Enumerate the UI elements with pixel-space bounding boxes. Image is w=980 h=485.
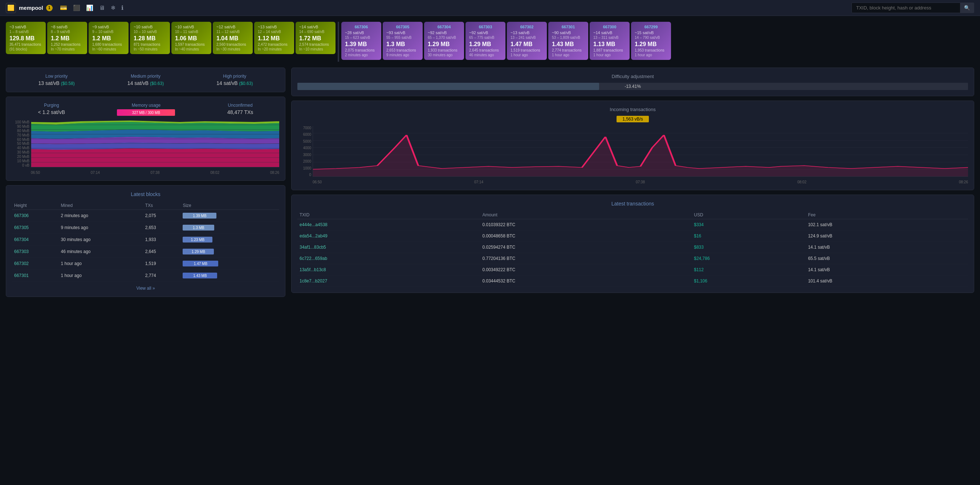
- confirmed-block-4[interactable]: 667302 ~13 sat/vB 13 – 241 sat/vB 1.47 M…: [507, 22, 547, 60]
- brand-name: mempool: [19, 5, 43, 11]
- pending-block-7[interactable]: ~14 sat/vB 14 – 690 sat/vB 1.72 MB 2,574…: [296, 22, 336, 54]
- block-sat-range: 9 – 10 sat/vB: [92, 30, 125, 34]
- fee-medium-value: 14 sat/vB ($0.63): [127, 80, 164, 86]
- pending-block-0[interactable]: ~3 sat/vB 1 – 8 sat/vB 129.8 MB 35,471 t…: [6, 22, 46, 54]
- block-time: In ~20 minutes: [258, 47, 291, 51]
- block-icon[interactable]: ⬛: [73, 4, 80, 11]
- monitor-icon[interactable]: 🖥: [99, 5, 105, 11]
- pending-block-3[interactable]: ~10 sat/vB 10 – 10 sat/vB 1.28 MB 871 tr…: [130, 22, 170, 54]
- confirmed-block-2[interactable]: 667304 ~92 sat/vB 65 – 1,370 sat/vB 1.29…: [424, 22, 464, 60]
- block-time: 1 hour ago: [552, 53, 585, 57]
- pending-block-4[interactable]: ~10 sat/vB 10 – 11 sat/vB 1.06 MB 1,597 …: [171, 22, 211, 54]
- block-height-link[interactable]: 667303: [14, 249, 29, 254]
- block-time: 46 minutes ago: [469, 53, 502, 57]
- stat-purging: Purging < 1.2 sat/vB: [38, 103, 65, 116]
- difficulty-value: -13.41%: [625, 84, 641, 89]
- block-sat: ~9 sat/vB: [92, 25, 125, 29]
- txid-link[interactable]: e444e...a4538: [299, 222, 328, 227]
- txid-link[interactable]: 6c722...659ab: [299, 256, 327, 261]
- block-sat: ~15 sat/vB: [635, 30, 667, 35]
- block-height: 667300: [593, 25, 626, 29]
- block-sat: ~13 sat/vB: [258, 25, 291, 29]
- txid-link[interactable]: 1c8e7...b2027: [299, 278, 327, 283]
- block-height-link[interactable]: 667304: [14, 237, 29, 242]
- block-txs: 1,933 transactions: [428, 48, 460, 52]
- view-all-blocks: View all »: [12, 285, 279, 291]
- confirmed-block-0[interactable]: 667306 ~28 sat/vB 15 – 623 sat/vB 1.39 M…: [341, 22, 381, 60]
- block-height-cell: 667303: [12, 246, 59, 258]
- block-sat: ~92 sat/vB: [469, 30, 502, 35]
- txid-link[interactable]: 13a5f...b13c8: [299, 267, 326, 272]
- blocks-section: ~3 sat/vB 1 – 8 sat/vB 129.8 MB 35,471 t…: [0, 16, 980, 65]
- tx-fee-cell: 102.1 sat/vB: [806, 219, 968, 231]
- block-height-link[interactable]: 667305: [14, 225, 29, 230]
- block-time: 1 hour ago: [635, 53, 667, 57]
- table-row: 1c8e7...b2027 0.03444532 BTC $1,106 101.…: [298, 275, 968, 287]
- block-time: 2 minutes ago: [345, 53, 378, 57]
- txid-link[interactable]: 34af1...83cb5: [299, 245, 326, 250]
- size-bar: 1.43 MB: [183, 273, 217, 278]
- confirmed-block-7[interactable]: 667299 ~15 sat/vB 14 – 790 sat/vB 1.29 M…: [631, 22, 671, 60]
- block-size-cell: 1.23 MB: [180, 234, 279, 246]
- confirmed-block-5[interactable]: 667301 ~90 sat/vB 53 – 1,809 sat/vB 1.43…: [548, 22, 588, 60]
- block-height-link[interactable]: 667302: [14, 261, 29, 266]
- block-sat: ~3 sat/vB: [10, 25, 42, 29]
- latest-transactions-panel: Latest transactions TXID Amount USD Fee …: [291, 195, 974, 293]
- search-input[interactable]: [851, 3, 960, 13]
- wallet-icon[interactable]: 💳: [60, 4, 67, 11]
- block-height-link[interactable]: 667301: [14, 273, 29, 278]
- size-bar: 1.39 MB: [183, 213, 216, 219]
- navbar: 🟨 mempool 1 💳 ⬛ 📊 🖥 ❄ ℹ 🔍: [0, 0, 980, 16]
- pending-block-2[interactable]: ~9 sat/vB 9 – 10 sat/vB 1.2 MB 1,680 tra…: [89, 22, 129, 54]
- block-height: 667299: [635, 25, 667, 29]
- block-time: 1 hour ago: [511, 53, 543, 57]
- pending-block-1[interactable]: ~8 sat/vB 8 – 9 sat/vB 1.2 MB 1,252 tran…: [47, 22, 87, 54]
- view-all-blocks-link[interactable]: View all »: [136, 286, 155, 291]
- pending-block-5[interactable]: ~12 sat/vB 11 – 12 sat/vB 1.04 MB 2,560 …: [213, 22, 253, 54]
- network-icon[interactable]: ❄: [111, 4, 116, 11]
- col-mined: Mined: [59, 202, 143, 210]
- badge: 1: [46, 5, 52, 11]
- incoming-chart: 7000 6000 5000 4000 3000 2000 1000 0: [298, 126, 968, 184]
- table-row: 13a5f...b13c8 0.00349222 BTC $112 14.1 s…: [298, 264, 968, 275]
- block-size: 1.29 MB: [428, 41, 460, 48]
- block-height-link[interactable]: 667306: [14, 213, 29, 218]
- tables-row: Latest blocks Height Mined TXs Size 6673…: [6, 185, 285, 297]
- latest-blocks-title: Latest blocks: [12, 191, 279, 197]
- block-txs: 2,653 transactions: [387, 48, 419, 52]
- block-txs-cell: 2,774: [143, 270, 181, 282]
- block-txs: 1,953 transactions: [635, 48, 667, 52]
- block-txs: 2,645 transactions: [469, 48, 502, 52]
- confirmed-block-1[interactable]: 667305 ~93 sat/vB 55 – 955 sat/vB 1.3 MB…: [383, 22, 423, 60]
- chart-icon[interactable]: 📊: [86, 4, 93, 11]
- tx-id-cell: 6c722...659ab: [298, 253, 480, 264]
- memory-bar: [117, 109, 175, 116]
- difficulty-panel: Difficulty adjustment -13.41%: [291, 68, 974, 96]
- block-sat-range: 55 – 955 sat/vB: [387, 36, 419, 40]
- fee-panel: Low priority 13 sat/vB ($0.58) Medium pr…: [6, 68, 285, 92]
- svg-marker-22: [313, 135, 968, 177]
- memory-bar-container: 327 MB / 300 MB: [117, 109, 175, 116]
- block-txs-cell: 1,519: [143, 258, 181, 270]
- confirmed-block-6[interactable]: 667300 ~14 sat/vB 13 – 311 sat/vB 1.13 M…: [590, 22, 630, 60]
- block-sat: ~14 sat/vB: [299, 25, 332, 29]
- block-sat-range: 10 – 10 sat/vB: [134, 30, 166, 34]
- block-height: 667302: [511, 25, 543, 29]
- tx-usd-cell: $24,786: [692, 253, 806, 264]
- col-txid: TXID: [298, 211, 480, 219]
- block-txs: 1,519 transactions: [511, 48, 543, 52]
- block-sat-range: 65 – 775 sat/vB: [469, 36, 502, 40]
- block-txs: 1,597 transactions: [175, 43, 208, 46]
- pending-block-6[interactable]: ~13 sat/vB 12 – 14 sat/vB 1.12 MB 2,472 …: [254, 22, 294, 54]
- search-button[interactable]: 🔍: [960, 3, 974, 13]
- mempool-panel: Purging < 1.2 sat/vB Memory usage 327 MB…: [6, 97, 285, 181]
- block-height: 667303: [469, 25, 502, 29]
- confirmed-block-3[interactable]: 667303 ~92 sat/vB 65 – 775 sat/vB 1.29 M…: [466, 22, 506, 60]
- col-amount: Amount: [480, 211, 692, 219]
- tx-fee-cell: 14.1 sat/vB: [806, 242, 968, 253]
- txid-link[interactable]: eda54...2ab49: [299, 234, 328, 239]
- block-txs-cell: 2,653: [143, 222, 181, 234]
- difficulty-bar: -13.41%: [298, 83, 968, 90]
- block-size: 1.29 MB: [635, 41, 667, 48]
- info-icon[interactable]: ℹ: [121, 4, 124, 11]
